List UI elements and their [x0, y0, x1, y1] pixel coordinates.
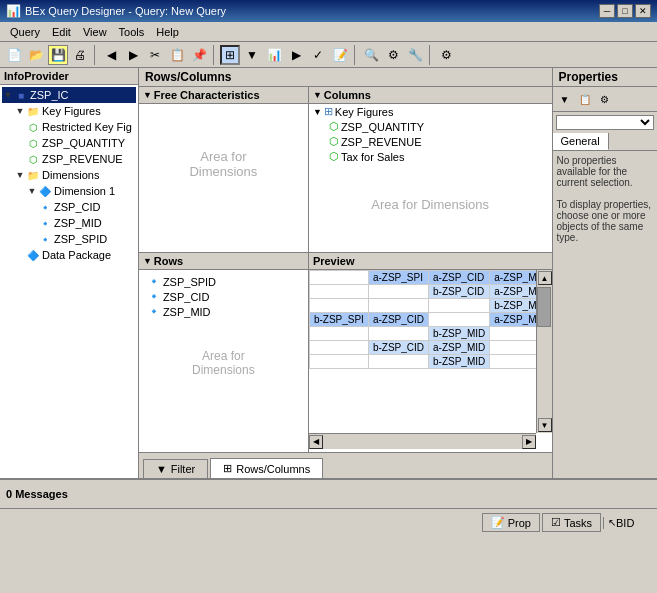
menu-help[interactable]: Help — [150, 24, 185, 40]
rows-mid-item[interactable]: 🔹 ZSP_MID — [143, 304, 304, 319]
preview-cell — [309, 271, 368, 285]
filter-tab[interactable]: ▼ Filter — [143, 459, 208, 478]
preview-hscrollbar[interactable]: ◀ ▶ — [309, 433, 536, 449]
rows-area: Area for Dimensions — [139, 323, 308, 403]
zsp-rev-label: ZSP_REVENUE — [42, 153, 123, 165]
col-tax-icon: ⬡ — [329, 150, 339, 163]
dp-label: Data Package — [42, 249, 111, 261]
where-used-icon[interactable]: 🔍 — [361, 45, 381, 65]
rows-title: ▼ Rows — [139, 253, 308, 270]
rows-area-label: Area for Dimensions — [192, 349, 255, 377]
filter-icon[interactable]: ▼ — [242, 45, 262, 65]
restricted-kf-label: Restricted Key Fig — [42, 121, 132, 133]
preview-row-2: b-ZSP_MID — [309, 299, 551, 313]
root-label: ZSP_IC — [30, 89, 69, 101]
rows-cols-icon[interactable]: ⊞ — [220, 45, 240, 65]
kf2-icon: ⬡ — [26, 136, 40, 150]
bid-area: ↖ BID — [603, 517, 653, 529]
scroll-up-btn[interactable]: ▲ — [538, 271, 552, 285]
check-icon[interactable]: ✓ — [308, 45, 328, 65]
tree-zsp-revenue[interactable]: ⬡ ZSP_REVENUE — [2, 151, 136, 167]
rows-spid-item[interactable]: 🔹 ZSP_SPID — [143, 274, 304, 289]
tree-data-package[interactable]: 🔷 Data Package — [2, 247, 136, 263]
query-icon[interactable]: 📊 — [264, 45, 284, 65]
zsp-mid-label: ZSP_MID — [54, 217, 102, 229]
close-button[interactable]: ✕ — [635, 4, 651, 18]
rows-cid-icon: 🔹 — [147, 290, 161, 303]
scroll-left-btn[interactable]: ◀ — [309, 435, 323, 449]
zsp-qty-label: ZSP_QUANTITY — [42, 137, 125, 149]
free-char-title: ▼ Free Characteristics — [139, 87, 308, 104]
col-qty-icon: ⬡ — [329, 120, 339, 133]
tree-zsp-spid[interactable]: 🔹 ZSP_SPID — [2, 231, 136, 247]
general-tab[interactable]: General — [553, 133, 609, 150]
props-filter-icon[interactable]: ▼ — [556, 90, 574, 108]
props-dropdown[interactable] — [556, 115, 655, 130]
preview-cell — [368, 285, 428, 299]
scroll-thumb[interactable] — [537, 287, 551, 327]
prop-button[interactable]: 📝 Prop — [482, 513, 540, 532]
menu-query[interactable]: Query — [4, 24, 46, 40]
col-kf-item[interactable]: ▼ ⊞ Key Figures — [309, 104, 552, 119]
col-kf-label: Key Figures — [335, 106, 394, 118]
tree-restricted-kf[interactable]: ⬡ Restricted Key Fig — [2, 119, 136, 135]
middle-panel: Rows/Columns ▼ Free Characteristics Area… — [139, 68, 552, 478]
menu-edit[interactable]: Edit — [46, 24, 77, 40]
menu-view[interactable]: View — [77, 24, 113, 40]
new-icon[interactable]: 📄 — [4, 45, 24, 65]
forward-icon[interactable]: ▶ — [123, 45, 143, 65]
save-icon[interactable]: 💾 — [48, 45, 68, 65]
preview-table: a-ZSP_SPI a-ZSP_CID a-ZSP_MID b-ZSP_CID … — [309, 270, 552, 369]
tree-zsp-cid[interactable]: 🔹 ZSP_CID — [2, 199, 136, 215]
free-char-area: Area for Dimensions — [139, 104, 308, 224]
more2-icon[interactable]: 🔧 — [405, 45, 425, 65]
scroll-down-btn[interactable]: ▼ — [538, 418, 552, 432]
prop-label: Prop — [508, 517, 531, 529]
rows-panel: ▼ Rows 🔹 ZSP_SPID 🔹 ZSP_CID 🔹 ZSP_MID — [139, 253, 309, 452]
rows-spid-label: ZSP_SPID — [163, 276, 216, 288]
tree-root-item[interactable]: ▼ ■ ZSP_IC — [2, 87, 136, 103]
rows-cols-tab-icon: ⊞ — [223, 462, 232, 475]
tasks-button[interactable]: ☑ Tasks — [542, 513, 601, 532]
open-icon[interactable]: 📂 — [26, 45, 46, 65]
title-bar: 📊 BEx Query Designer - Query: New Query … — [0, 0, 657, 22]
more1-icon[interactable]: ⚙ — [383, 45, 403, 65]
preview-grid[interactable]: a-ZSP_SPI a-ZSP_CID a-ZSP_MID b-ZSP_CID … — [309, 270, 552, 449]
properties-icon[interactable]: 📝 — [330, 45, 350, 65]
paste-icon[interactable]: 📌 — [189, 45, 209, 65]
preview-vscrollbar[interactable]: ▲ ▼ — [536, 270, 552, 433]
settings-icon[interactable]: ⚙ — [436, 45, 456, 65]
preview-row-6: b-ZSP_MID — [309, 355, 551, 369]
rows-cols-tab[interactable]: ⊞ Rows/Columns — [210, 458, 323, 478]
tree-zsp-mid[interactable]: 🔹 ZSP_MID — [2, 215, 136, 231]
col-qty-item[interactable]: ⬡ ZSP_QUANTITY — [309, 119, 552, 134]
maximize-button[interactable]: □ — [617, 4, 633, 18]
tree-dimension1[interactable]: ▼ 🔷 Dimension 1 — [2, 183, 136, 199]
minimize-button[interactable]: ─ — [599, 4, 615, 18]
props-copy2-icon[interactable]: 📋 — [576, 90, 594, 108]
scroll-right-btn[interactable]: ▶ — [522, 435, 536, 449]
copy-icon[interactable]: 📋 — [167, 45, 187, 65]
execute-icon[interactable]: ▶ — [286, 45, 306, 65]
tree-dimensions[interactable]: ▼ 📁 Dimensions — [2, 167, 136, 183]
props-settings2-icon[interactable]: ⚙ — [596, 90, 614, 108]
columns-label: Columns — [324, 89, 371, 101]
col-tax-item[interactable]: ⬡ Tax for Sales — [309, 149, 552, 164]
print-icon[interactable]: 🖨 — [70, 45, 90, 65]
rows-cid-item[interactable]: 🔹 ZSP_CID — [143, 289, 304, 304]
col-rev-item[interactable]: ⬡ ZSP_REVENUE — [309, 134, 552, 149]
tree-zsp-quantity[interactable]: ⬡ ZSP_QUANTITY — [2, 135, 136, 151]
window-title: BEx Query Designer - Query: New Query — [25, 5, 226, 17]
menu-tools[interactable]: Tools — [113, 24, 151, 40]
cut-icon[interactable]: ✂ — [145, 45, 165, 65]
tree-key-figures[interactable]: ▼ 📁 Key Figures — [2, 103, 136, 119]
preview-row-0: a-ZSP_SPI a-ZSP_CID a-ZSP_MID — [309, 271, 551, 285]
free-char-area-label: Area for Dimensions — [189, 149, 257, 179]
rows-mid-label: ZSP_MID — [163, 306, 211, 318]
columns-title: ▼ Columns — [309, 87, 552, 104]
sep3 — [354, 45, 357, 65]
preview-cell — [309, 327, 368, 341]
menu-bar: Query Edit View Tools Help — [0, 22, 657, 42]
back-icon[interactable]: ◀ — [101, 45, 121, 65]
rc-header: Rows/Columns — [139, 68, 552, 87]
